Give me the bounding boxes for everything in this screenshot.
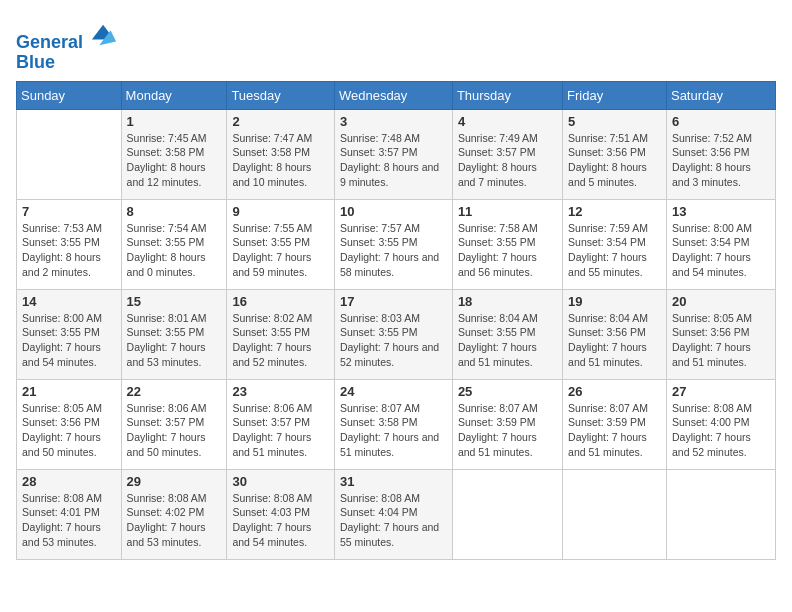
sunrise: Sunrise: 8:07 AM (568, 401, 661, 416)
day-number: 11 (458, 204, 557, 219)
day-number: 9 (232, 204, 329, 219)
day-info: Sunrise: 7:45 AM Sunset: 3:58 PM Dayligh… (127, 131, 222, 190)
day-info: Sunrise: 7:53 AM Sunset: 3:55 PM Dayligh… (22, 221, 116, 280)
sunrise: Sunrise: 7:49 AM (458, 131, 557, 146)
sunrise: Sunrise: 8:06 AM (127, 401, 222, 416)
day-number: 16 (232, 294, 329, 309)
sunset: Sunset: 3:55 PM (127, 325, 222, 340)
calendar-cell: 24 Sunrise: 8:07 AM Sunset: 3:58 PM Dayl… (334, 379, 452, 469)
calendar-cell (563, 469, 667, 559)
logo: General Blue (16, 20, 118, 73)
sunrise: Sunrise: 7:57 AM (340, 221, 447, 236)
daylight: Daylight: 8 hours and 10 minutes. (232, 160, 329, 189)
sunset: Sunset: 4:03 PM (232, 505, 329, 520)
sunrise: Sunrise: 8:07 AM (340, 401, 447, 416)
calendar-table: SundayMondayTuesdayWednesdayThursdayFrid… (16, 81, 776, 560)
day-number: 1 (127, 114, 222, 129)
daylight: Daylight: 7 hours and 50 minutes. (22, 430, 116, 459)
calendar-week-2: 7 Sunrise: 7:53 AM Sunset: 3:55 PM Dayli… (17, 199, 776, 289)
calendar-week-5: 28 Sunrise: 8:08 AM Sunset: 4:01 PM Dayl… (17, 469, 776, 559)
calendar-cell: 9 Sunrise: 7:55 AM Sunset: 3:55 PM Dayli… (227, 199, 335, 289)
day-info: Sunrise: 8:05 AM Sunset: 3:56 PM Dayligh… (22, 401, 116, 460)
header-monday: Monday (121, 81, 227, 109)
day-number: 25 (458, 384, 557, 399)
day-info: Sunrise: 7:51 AM Sunset: 3:56 PM Dayligh… (568, 131, 661, 190)
daylight: Daylight: 7 hours and 55 minutes. (340, 520, 447, 549)
day-number: 8 (127, 204, 222, 219)
sunset: Sunset: 3:55 PM (22, 325, 116, 340)
day-info: Sunrise: 8:08 AM Sunset: 4:00 PM Dayligh… (672, 401, 770, 460)
logo-blue: Blue (16, 53, 118, 73)
day-number: 23 (232, 384, 329, 399)
day-number: 20 (672, 294, 770, 309)
header-tuesday: Tuesday (227, 81, 335, 109)
calendar-cell: 22 Sunrise: 8:06 AM Sunset: 3:57 PM Dayl… (121, 379, 227, 469)
daylight: Daylight: 7 hours and 55 minutes. (568, 250, 661, 279)
header-thursday: Thursday (452, 81, 562, 109)
calendar-week-4: 21 Sunrise: 8:05 AM Sunset: 3:56 PM Dayl… (17, 379, 776, 469)
day-number: 24 (340, 384, 447, 399)
calendar-cell: 20 Sunrise: 8:05 AM Sunset: 3:56 PM Dayl… (666, 289, 775, 379)
day-info: Sunrise: 8:04 AM Sunset: 3:55 PM Dayligh… (458, 311, 557, 370)
sunrise: Sunrise: 8:04 AM (568, 311, 661, 326)
day-number: 18 (458, 294, 557, 309)
day-info: Sunrise: 8:08 AM Sunset: 4:04 PM Dayligh… (340, 491, 447, 550)
day-number: 15 (127, 294, 222, 309)
daylight: Daylight: 7 hours and 53 minutes. (127, 340, 222, 369)
daylight: Daylight: 7 hours and 53 minutes. (22, 520, 116, 549)
header-wednesday: Wednesday (334, 81, 452, 109)
day-info: Sunrise: 8:03 AM Sunset: 3:55 PM Dayligh… (340, 311, 447, 370)
daylight: Daylight: 7 hours and 52 minutes. (232, 340, 329, 369)
daylight: Daylight: 7 hours and 56 minutes. (458, 250, 557, 279)
calendar-cell: 18 Sunrise: 8:04 AM Sunset: 3:55 PM Dayl… (452, 289, 562, 379)
daylight: Daylight: 7 hours and 54 minutes. (672, 250, 770, 279)
day-number: 28 (22, 474, 116, 489)
day-info: Sunrise: 8:02 AM Sunset: 3:55 PM Dayligh… (232, 311, 329, 370)
sunset: Sunset: 3:58 PM (127, 145, 222, 160)
daylight: Daylight: 7 hours and 51 minutes. (458, 430, 557, 459)
day-number: 22 (127, 384, 222, 399)
day-info: Sunrise: 8:08 AM Sunset: 4:03 PM Dayligh… (232, 491, 329, 550)
day-number: 2 (232, 114, 329, 129)
sunset: Sunset: 3:58 PM (232, 145, 329, 160)
day-number: 13 (672, 204, 770, 219)
sunrise: Sunrise: 7:48 AM (340, 131, 447, 146)
sunrise: Sunrise: 8:05 AM (672, 311, 770, 326)
day-info: Sunrise: 8:08 AM Sunset: 4:02 PM Dayligh… (127, 491, 222, 550)
daylight: Daylight: 8 hours and 7 minutes. (458, 160, 557, 189)
day-number: 26 (568, 384, 661, 399)
day-info: Sunrise: 8:00 AM Sunset: 3:55 PM Dayligh… (22, 311, 116, 370)
daylight: Daylight: 8 hours and 9 minutes. (340, 160, 447, 189)
sunrise: Sunrise: 7:45 AM (127, 131, 222, 146)
sunset: Sunset: 3:57 PM (458, 145, 557, 160)
day-number: 31 (340, 474, 447, 489)
sunrise: Sunrise: 8:04 AM (458, 311, 557, 326)
daylight: Daylight: 7 hours and 51 minutes. (232, 430, 329, 459)
calendar-cell: 3 Sunrise: 7:48 AM Sunset: 3:57 PM Dayli… (334, 109, 452, 199)
sunset: Sunset: 3:55 PM (340, 325, 447, 340)
day-info: Sunrise: 7:48 AM Sunset: 3:57 PM Dayligh… (340, 131, 447, 190)
daylight: Daylight: 7 hours and 51 minutes. (672, 340, 770, 369)
calendar-cell: 23 Sunrise: 8:06 AM Sunset: 3:57 PM Dayl… (227, 379, 335, 469)
sunrise: Sunrise: 8:00 AM (672, 221, 770, 236)
daylight: Daylight: 7 hours and 53 minutes. (127, 520, 222, 549)
calendar-cell: 13 Sunrise: 8:00 AM Sunset: 3:54 PM Dayl… (666, 199, 775, 289)
calendar-cell: 14 Sunrise: 8:00 AM Sunset: 3:55 PM Dayl… (17, 289, 122, 379)
day-info: Sunrise: 8:04 AM Sunset: 3:56 PM Dayligh… (568, 311, 661, 370)
day-info: Sunrise: 8:07 AM Sunset: 3:58 PM Dayligh… (340, 401, 447, 460)
sunset: Sunset: 3:55 PM (232, 235, 329, 250)
daylight: Daylight: 7 hours and 59 minutes. (232, 250, 329, 279)
sunset: Sunset: 3:56 PM (568, 145, 661, 160)
sunset: Sunset: 3:55 PM (340, 235, 447, 250)
sunrise: Sunrise: 7:52 AM (672, 131, 770, 146)
calendar-cell: 11 Sunrise: 7:58 AM Sunset: 3:55 PM Dayl… (452, 199, 562, 289)
sunrise: Sunrise: 8:07 AM (458, 401, 557, 416)
sunset: Sunset: 3:57 PM (127, 415, 222, 430)
day-number: 29 (127, 474, 222, 489)
header-saturday: Saturday (666, 81, 775, 109)
day-number: 21 (22, 384, 116, 399)
sunset: Sunset: 3:55 PM (232, 325, 329, 340)
sunset: Sunset: 3:54 PM (568, 235, 661, 250)
sunrise: Sunrise: 8:08 AM (672, 401, 770, 416)
day-number: 14 (22, 294, 116, 309)
